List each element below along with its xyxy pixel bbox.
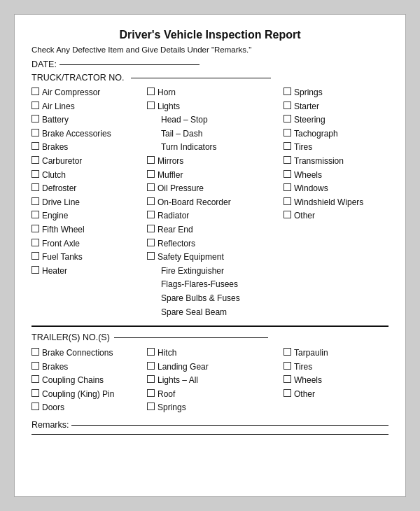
item-label: Defroster: [42, 182, 76, 195]
remarks-underline: [71, 425, 388, 426]
checkbox-icon[interactable]: [284, 170, 291, 178]
item-label: Brakes: [42, 360, 68, 374]
checkbox-icon[interactable]: [31, 362, 39, 370]
item-label: Other: [294, 388, 315, 401]
item-label: Tarpaulin: [294, 346, 328, 360]
checkbox-icon[interactable]: [31, 211, 39, 218]
list-item: Front Axle: [31, 237, 147, 251]
list-item: Radiator: [147, 209, 284, 223]
item-label: Spare Bulbs & Fuses: [161, 292, 240, 305]
checkbox-icon[interactable]: [31, 129, 39, 136]
item-label: Front Axle: [42, 237, 80, 251]
checkbox-icon[interactable]: [147, 375, 155, 383]
checkbox-icon[interactable]: [284, 197, 291, 205]
checkbox-icon[interactable]: [284, 156, 291, 164]
checkbox-icon[interactable]: [284, 142, 291, 150]
list-item: Spare Seal Beam: [147, 306, 284, 319]
list-item: Spare Bulbs & Fuses: [147, 292, 284, 305]
item-label: Drive Line: [42, 196, 80, 209]
trailers-label: TRAILER(S) NO.(S): [31, 332, 110, 342]
item-label: Landing Gear: [158, 360, 209, 374]
checkbox-icon[interactable]: [31, 252, 39, 260]
list-item: Lights – All: [147, 374, 284, 387]
checkbox-icon[interactable]: [31, 239, 39, 246]
list-item: Flags-Flares-Fusees: [147, 278, 284, 291]
checkbox-icon[interactable]: [147, 102, 155, 109]
checkbox-icon[interactable]: [284, 129, 291, 136]
trailer-columns: Brake ConnectionsBrakesCoupling ChainsCo…: [31, 346, 388, 414]
item-label: Brakes: [42, 141, 68, 154]
list-item: Brake Accessories: [31, 127, 147, 141]
list-item: Mirrors: [147, 155, 284, 168]
item-label: Air Compressor: [42, 86, 100, 99]
item-label: Head – Stop: [161, 113, 208, 127]
date-field: DATE:: [31, 59, 388, 69]
item-label: Oil Pressure: [158, 182, 204, 195]
checkbox-icon[interactable]: [147, 183, 155, 191]
checkbox-icon[interactable]: [31, 115, 39, 122]
item-label: Brake Connections: [42, 346, 113, 360]
checkbox-icon[interactable]: [31, 88, 39, 95]
item-label: Flags-Flares-Fusees: [161, 278, 238, 291]
checkbox-icon[interactable]: [31, 183, 39, 191]
checkbox-icon[interactable]: [31, 402, 39, 410]
checkbox-icon[interactable]: [31, 348, 39, 356]
checkbox-icon[interactable]: [147, 88, 155, 95]
checkbox-icon[interactable]: [284, 102, 291, 109]
checkbox-icon[interactable]: [284, 348, 291, 356]
checkbox-icon[interactable]: [147, 197, 155, 205]
item-label: Starter: [294, 100, 319, 113]
checkbox-icon[interactable]: [284, 211, 291, 218]
list-item: Wheels: [284, 169, 388, 182]
item-label: Tires: [294, 141, 312, 154]
checkbox-icon[interactable]: [147, 170, 155, 178]
checkbox-icon[interactable]: [147, 156, 155, 164]
checkbox-icon[interactable]: [147, 252, 155, 260]
item-label: Engine: [42, 209, 68, 223]
item-label: Coupling Chains: [42, 374, 104, 387]
checkbox-icon[interactable]: [31, 197, 39, 205]
checkbox-icon[interactable]: [31, 266, 39, 274]
item-label: Tires: [294, 360, 312, 374]
inspection-form: Driver's Vehicle Inspection Report Check…: [14, 14, 406, 497]
checkbox-icon[interactable]: [147, 348, 155, 356]
checkbox-icon[interactable]: [147, 362, 155, 370]
list-item: Head – Stop: [147, 113, 284, 127]
checkbox-icon[interactable]: [31, 375, 39, 383]
checkbox-icon[interactable]: [31, 156, 39, 164]
list-item: Tachograph: [284, 127, 388, 141]
date-underline: [59, 64, 200, 65]
checkbox-icon[interactable]: [147, 389, 155, 397]
item-label: Rear End: [158, 223, 193, 237]
truck-label: TRUCK/TRACTOR NO.: [31, 73, 124, 83]
checkbox-icon[interactable]: [284, 389, 291, 397]
list-item: Hitch: [147, 346, 284, 360]
list-item: Tarpaulin: [284, 346, 388, 360]
item-label: Tachograph: [294, 127, 338, 141]
checkbox-icon[interactable]: [147, 211, 155, 218]
item-label: Fifth Wheel: [42, 223, 85, 237]
date-label: DATE:: [31, 59, 57, 69]
list-item: Springs: [147, 401, 284, 414]
item-label: On-Board Recorder: [158, 196, 231, 209]
truck-underline: [131, 78, 271, 78]
list-item: Other: [284, 388, 388, 401]
checkbox-icon[interactable]: [284, 88, 291, 95]
list-item: Windshield Wipers: [284, 196, 388, 209]
checkbox-icon[interactable]: [31, 102, 39, 109]
checkbox-icon[interactable]: [284, 183, 291, 191]
checkbox-icon[interactable]: [31, 225, 39, 232]
checkbox-icon[interactable]: [147, 239, 155, 246]
checkbox-icon[interactable]: [147, 402, 155, 410]
trailer-col2: HitchLanding GearLights – AllRoofSprings: [147, 346, 284, 414]
section-divider: [31, 326, 388, 327]
list-item: Coupling (King) Pin: [31, 388, 147, 401]
checkbox-icon[interactable]: [31, 142, 39, 150]
checkbox-icon[interactable]: [284, 362, 291, 370]
checkbox-icon[interactable]: [284, 375, 291, 383]
checkbox-icon[interactable]: [284, 115, 291, 122]
checkbox-icon[interactable]: [31, 170, 39, 178]
checkbox-icon[interactable]: [147, 225, 155, 232]
checkbox-icon[interactable]: [31, 389, 39, 397]
list-item: Fire Extinguisher: [147, 265, 284, 278]
